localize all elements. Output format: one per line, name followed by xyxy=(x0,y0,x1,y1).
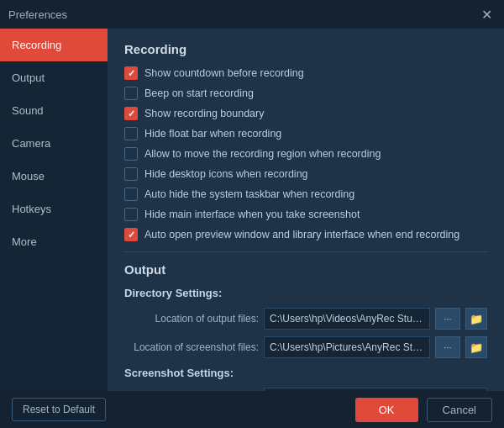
checkbox-label-move-region: Allow to move the recording region when … xyxy=(144,148,381,160)
checkbox-row-auto-open: Auto open preview window and library int… xyxy=(124,228,487,241)
checkbox-move-region[interactable] xyxy=(124,147,138,161)
screenshot-files-row: Location of screenshot files: ··· 📁 xyxy=(124,336,487,358)
output-files-dots-button[interactable]: ··· xyxy=(435,308,460,330)
checkbox-taskbar[interactable] xyxy=(124,188,138,201)
recording-section-title: Recording xyxy=(124,42,487,56)
checkbox-main-interface[interactable] xyxy=(124,208,138,221)
checkbox-label-floatbar: Hide float bar when recording xyxy=(144,128,281,140)
checkbox-row-beep: Beep on start recording xyxy=(124,87,487,100)
checkbox-row-move-region: Allow to move the recording region when … xyxy=(124,147,487,161)
checkbox-row-countdown: Show countdown before recording xyxy=(124,66,487,80)
sidebar-item-more[interactable]: More xyxy=(0,225,108,258)
title-bar: Preferences ✕ xyxy=(0,0,504,29)
output-files-row: Location of output files: ··· 📁 xyxy=(124,308,487,330)
screenshot-files-dots-button[interactable]: ··· xyxy=(435,336,460,358)
section-divider-1 xyxy=(124,251,487,252)
checkbox-beep[interactable] xyxy=(124,87,138,100)
checkbox-label-countdown: Show countdown before recording xyxy=(144,67,304,79)
checkbox-label-boundary: Show recording boundary xyxy=(144,108,264,119)
output-files-folder-button[interactable]: 📁 xyxy=(465,308,487,330)
checkbox-row-boundary: Show recording boundary xyxy=(124,107,487,120)
sidebar-item-output[interactable]: Output xyxy=(0,61,108,94)
checkbox-label-beep: Beep on start recording xyxy=(144,87,254,99)
sidebar-item-camera[interactable]: Camera xyxy=(0,127,108,160)
screenshot-files-input[interactable] xyxy=(264,336,430,358)
ok-button[interactable]: OK xyxy=(355,398,418,422)
checkbox-label-desktop-icons: Hide desktop icons when recording xyxy=(144,168,308,180)
checkbox-row-desktop-icons: Hide desktop icons when recording xyxy=(124,167,487,181)
checkbox-row-main-interface: Hide main interface when you take screen… xyxy=(124,208,487,221)
content-area: Recording Show countdown before recordin… xyxy=(108,29,504,391)
checkbox-floatbar[interactable] xyxy=(124,127,138,140)
output-files-input[interactable] xyxy=(264,308,430,330)
checkbox-desktop-icons[interactable] xyxy=(124,167,138,181)
screenshot-settings-title: Screenshot Settings: xyxy=(124,367,487,379)
sidebar-item-recording[interactable]: Recording xyxy=(0,29,108,61)
cancel-button[interactable]: Cancel xyxy=(427,398,492,422)
checkbox-boundary[interactable] xyxy=(124,107,138,120)
sidebar-item-hotkeys[interactable]: Hotkeys xyxy=(0,193,108,225)
output-section-title: Output xyxy=(124,262,487,277)
checkbox-auto-open[interactable] xyxy=(124,228,138,241)
checkbox-countdown[interactable] xyxy=(124,66,138,80)
sidebar-item-mouse[interactable]: Mouse xyxy=(0,160,108,193)
checkbox-label-taskbar: Auto hide the system taskbar when record… xyxy=(144,188,354,200)
bottom-bar: Reset to Default OK Cancel xyxy=(0,391,504,428)
checkbox-label-main-interface: Hide main interface when you take screen… xyxy=(144,209,360,220)
close-button[interactable]: ✕ xyxy=(477,5,496,24)
main-layout: Recording Output Sound Camera Mouse Hotk… xyxy=(0,29,504,391)
checkbox-row-taskbar: Auto hide the system taskbar when record… xyxy=(124,188,487,201)
output-files-label: Location of output files: xyxy=(124,313,259,325)
directory-settings-title: Directory Settings: xyxy=(124,287,487,299)
reset-to-default-button[interactable]: Reset to Default xyxy=(12,398,106,421)
checkbox-row-floatbar: Hide float bar when recording xyxy=(124,127,487,140)
window-title: Preferences xyxy=(8,8,67,21)
sidebar: Recording Output Sound Camera Mouse Hotk… xyxy=(0,29,108,391)
sidebar-item-sound[interactable]: Sound xyxy=(0,94,108,127)
screenshot-files-folder-button[interactable]: 📁 xyxy=(465,336,487,358)
screenshot-files-label: Location of screenshot files: xyxy=(124,341,259,353)
checkbox-label-auto-open: Auto open preview window and library int… xyxy=(144,229,459,240)
action-buttons: OK Cancel xyxy=(355,398,492,422)
